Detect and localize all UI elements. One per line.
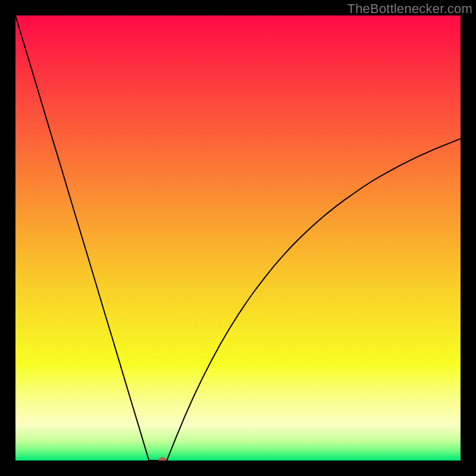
bottleneck-chart [15, 15, 461, 461]
watermark: TheBottlenecker.com [347, 1, 472, 17]
